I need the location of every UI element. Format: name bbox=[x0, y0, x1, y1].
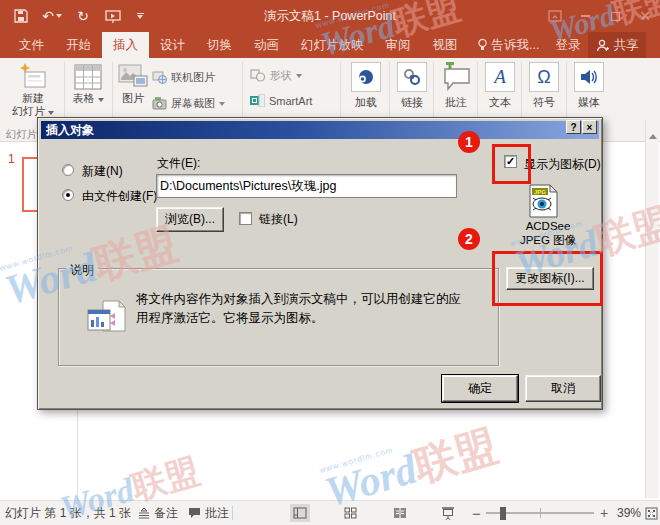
quick-access-toolbar: ↶ ↻ bbox=[0, 7, 146, 25]
text-button[interactable]: A 文本 bbox=[478, 62, 522, 109]
statusbar: 幻灯片 第 1 张，共 1 张 备注 批注 − + 39% bbox=[0, 500, 660, 525]
addins-icon bbox=[357, 68, 375, 86]
links-icon bbox=[402, 69, 422, 85]
close-icon[interactable]: ✕ bbox=[630, 0, 660, 32]
maximize-icon[interactable] bbox=[600, 0, 630, 32]
picture-label: 图片 bbox=[114, 92, 152, 105]
slideshow-view-icon bbox=[441, 507, 455, 520]
picture-button[interactable]: 图片 bbox=[114, 64, 152, 105]
dialog-titlebar[interactable]: 插入对象 bbox=[41, 121, 599, 139]
table-icon bbox=[74, 64, 102, 90]
share-button[interactable]: 共享 bbox=[588, 32, 646, 58]
slide-sorter-view-button[interactable] bbox=[340, 504, 360, 522]
slideshow-view-button[interactable] bbox=[438, 504, 458, 522]
comments-icon bbox=[188, 507, 201, 519]
dialog-close-button[interactable]: × bbox=[582, 120, 597, 134]
slide-counter: 幻灯片 第 1 张，共 1 张 bbox=[5, 501, 131, 525]
zoom-level[interactable]: 39% bbox=[617, 501, 641, 525]
addins-button[interactable]: 加载 bbox=[344, 62, 388, 109]
radio-create-from-file[interactable] bbox=[62, 189, 74, 201]
comment-button[interactable]: 批注 bbox=[433, 62, 479, 109]
smartart-button[interactable]: SmartArt bbox=[250, 94, 312, 107]
notes-label: 备注 bbox=[154, 505, 178, 522]
tab-slideshow[interactable]: 幻灯片放映 bbox=[290, 32, 375, 58]
sign-in-button[interactable]: 登录 bbox=[547, 32, 588, 58]
screenshot-button[interactable]: 屏幕截图 bbox=[152, 96, 225, 111]
ribbon-tab-row: 文件 开始 插入 设计 切换 动画 幻灯片放映 审阅 视图 告诉我... 登录 … bbox=[0, 32, 660, 58]
tab-review[interactable]: 审阅 bbox=[375, 32, 422, 58]
display-as-icon-label[interactable]: 显示为图标(D) bbox=[524, 156, 601, 173]
screenshot-icon bbox=[152, 97, 167, 110]
link-checkbox[interactable] bbox=[239, 212, 252, 225]
media-button[interactable]: 媒体 bbox=[567, 62, 611, 109]
normal-view-button[interactable] bbox=[290, 504, 310, 522]
vertical-scrollbar[interactable] bbox=[645, 120, 659, 498]
table-button[interactable]: 表格 bbox=[66, 64, 110, 105]
start-slideshow-icon[interactable] bbox=[101, 7, 125, 25]
cancel-button[interactable]: 取消 bbox=[525, 375, 601, 402]
slides-group-label: 幻灯片 bbox=[6, 128, 38, 142]
zoom-in-button[interactable]: + bbox=[600, 501, 608, 525]
tell-me-label: 告诉我... bbox=[492, 37, 540, 54]
fit-to-window-icon bbox=[645, 507, 658, 520]
smartart-label: SmartArt bbox=[269, 95, 312, 107]
fit-to-window-button[interactable] bbox=[641, 504, 660, 522]
online-pictures-button[interactable]: 联机图片 bbox=[152, 70, 215, 85]
browse-button[interactable]: 浏览(B)... bbox=[156, 207, 224, 232]
zoom-out-button[interactable]: − bbox=[472, 501, 481, 525]
window-controls: ✕ bbox=[540, 0, 660, 32]
slide-number: 1 bbox=[8, 152, 15, 166]
ribbon-display-options-icon[interactable] bbox=[540, 0, 570, 32]
addins-label: 加载 bbox=[344, 96, 388, 109]
radio-create-from-file-label[interactable]: 由文件创建(F) bbox=[82, 188, 157, 205]
result-group-label: 说明 bbox=[66, 262, 98, 279]
tab-transitions[interactable]: 切换 bbox=[196, 32, 243, 58]
redo-icon[interactable]: ↻ bbox=[74, 7, 92, 25]
titlebar: ↶ ↻ 演示文稿1 - PowerPoint ✕ bbox=[0, 0, 660, 32]
tab-design[interactable]: 设计 bbox=[149, 32, 196, 58]
reading-view-button[interactable] bbox=[390, 504, 410, 522]
zoom-slider-tick bbox=[540, 508, 541, 518]
object-type-caption: ACDSee JPEG 图像 bbox=[512, 219, 584, 247]
save-icon[interactable] bbox=[12, 7, 30, 25]
svg-text:JPG: JPG bbox=[534, 189, 546, 195]
comments-button[interactable]: 批注 bbox=[188, 501, 229, 525]
symbols-label: 符号 bbox=[522, 96, 566, 109]
tab-view[interactable]: 视图 bbox=[422, 32, 469, 58]
radio-create-new[interactable] bbox=[62, 164, 74, 176]
screenshot-label: 屏幕截图 bbox=[171, 96, 215, 111]
dialog-title: 插入对象 bbox=[46, 122, 94, 139]
file-label: 文件(E): bbox=[157, 155, 200, 172]
text-label: 文本 bbox=[478, 96, 522, 109]
symbols-button[interactable]: Ω 符号 bbox=[522, 62, 566, 109]
radio-create-new-label[interactable]: 新建(N) bbox=[82, 163, 123, 180]
normal-view-icon bbox=[293, 507, 307, 519]
table-label: 表格 bbox=[66, 92, 110, 105]
tab-insert[interactable]: 插入 bbox=[102, 32, 149, 58]
ok-button[interactable]: 确定 bbox=[442, 375, 518, 402]
picture-icon bbox=[118, 64, 148, 90]
new-slide-label-1: 新建 bbox=[6, 92, 60, 105]
omega-icon: Ω bbox=[537, 67, 550, 88]
notes-button[interactable]: 备注 bbox=[138, 501, 178, 525]
share-label: 共享 bbox=[613, 37, 638, 54]
links-button[interactable]: 链接 bbox=[390, 62, 434, 109]
link-checkbox-label[interactable]: 链接(L) bbox=[259, 211, 298, 228]
step-2-badge: 2 bbox=[458, 228, 480, 250]
shapes-button[interactable]: 形状 bbox=[250, 68, 302, 83]
tab-animations[interactable]: 动画 bbox=[243, 32, 290, 58]
shapes-label: 形状 bbox=[270, 68, 292, 83]
notes-icon bbox=[138, 507, 150, 519]
acdsee-jpeg-file-icon: JPG bbox=[528, 184, 558, 218]
dialog-help-button[interactable]: ? bbox=[566, 120, 581, 134]
file-path-input[interactable] bbox=[156, 174, 457, 198]
new-slide-button[interactable]: 新建 幻灯片 bbox=[6, 62, 60, 118]
minimize-icon[interactable] bbox=[570, 0, 600, 32]
customize-qat-icon[interactable] bbox=[134, 7, 146, 25]
undo-icon[interactable]: ↶ bbox=[39, 7, 65, 25]
tab-home[interactable]: 开始 bbox=[55, 32, 102, 58]
zoom-slider-handle[interactable] bbox=[500, 507, 506, 520]
tell-me-box[interactable]: 告诉我... bbox=[469, 32, 548, 58]
tab-file[interactable]: 文件 bbox=[8, 32, 55, 58]
scroll-up-icon[interactable] bbox=[649, 134, 657, 139]
